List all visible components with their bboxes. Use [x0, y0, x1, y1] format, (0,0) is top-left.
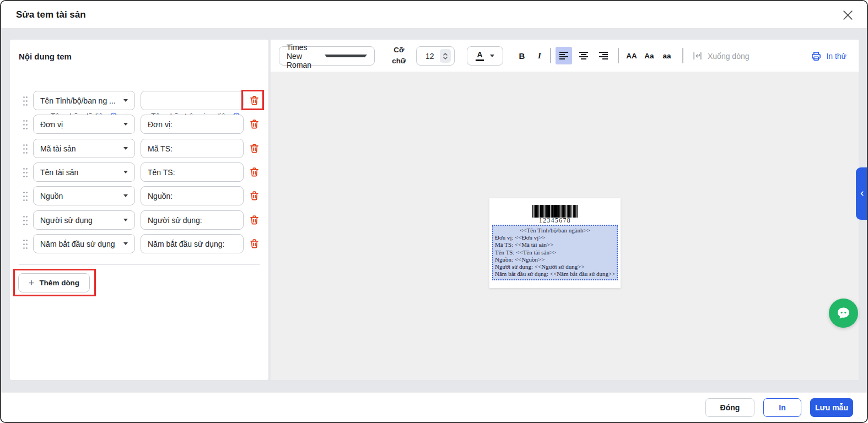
align-center-icon [579, 51, 589, 60]
data-label-select[interactable]: Tên tài sản [33, 162, 135, 182]
drag-handle-icon[interactable] [23, 167, 28, 178]
preview-line: Tên TS: <<Tên tài sản>> [495, 249, 615, 256]
data-label-select[interactable]: Tên Tỉnh/bộ/ban ng ... [33, 91, 135, 110]
test-print-button[interactable]: In thử [811, 46, 847, 66]
add-row-label: Thêm dòng [39, 279, 79, 287]
barcode [532, 205, 578, 218]
drag-handle-icon[interactable] [23, 215, 28, 226]
data-label-select[interactable]: Đơn vị [33, 115, 135, 134]
bold-button[interactable]: B [515, 47, 529, 64]
uppercase-button[interactable]: AA [623, 47, 640, 64]
save-template-button[interactable]: Lưu mẫu [810, 398, 853, 417]
preview-line: Người sử dụng: <<Người sử dụng>> [495, 263, 615, 270]
tag-content-panel: Nội dung tem Tên nhãn dữ liệu Tên nhãn t… [10, 40, 268, 380]
drag-handle-icon[interactable] [23, 191, 28, 202]
chevron-down-icon [325, 55, 367, 57]
toolbar-separator [682, 48, 683, 63]
dialog-header: Sửa tem tài sản [1, 1, 867, 29]
close-dialog-button[interactable] [840, 8, 855, 23]
chevron-down-icon [123, 194, 128, 197]
label-preview-card[interactable]: 12345678 <<Tên Tỉnh/bộ/ban ngành>> Đơn v… [489, 198, 621, 288]
delete-row-button[interactable] [248, 166, 260, 178]
label-row: Đơn vị [10, 115, 268, 134]
data-label-select[interactable]: Người sử dụng [33, 210, 135, 230]
data-label-select-value: Mã tài sản [40, 144, 123, 153]
plus-icon: + [29, 278, 35, 288]
trash-icon [249, 238, 260, 250]
delete-row-button[interactable] [248, 238, 260, 250]
display-label-input[interactable] [141, 234, 244, 253]
data-label-select[interactable]: Năm bắt đầu sử dụng [33, 234, 135, 253]
drag-handle-icon[interactable] [23, 238, 28, 250]
display-label-input[interactable] [141, 210, 244, 230]
data-label-select[interactable]: Nguồn [33, 186, 135, 205]
preview-canvas: 12345678 <<Tên Tỉnh/bộ/ban ngành>> Đơn v… [271, 72, 859, 380]
drag-handle-icon[interactable] [23, 119, 28, 130]
delete-row-button[interactable] [248, 143, 260, 155]
trash-icon [249, 95, 260, 106]
display-label-input[interactable] [141, 115, 244, 134]
label-row: Nguồn [10, 186, 268, 205]
trash-icon [249, 214, 260, 226]
drag-handle-icon[interactable] [23, 143, 28, 154]
line-break-label: Xuống dòng [708, 52, 750, 61]
edit-asset-tag-dialog: Sửa tem tài sản Nội dung tem Tên nhãn dữ… [0, 0, 868, 423]
close-icon [841, 8, 855, 22]
preview-line: Nguồn: <<Nguồn>> [495, 256, 615, 263]
trash-icon [249, 190, 260, 202]
data-label-select-value: Người sử dụng [40, 216, 123, 225]
delete-row-button[interactable] [248, 118, 260, 131]
format-toolbar: Times New Roman Cỡ chữ 12 A B I AA Aa [271, 40, 859, 72]
font-color-button[interactable]: A [467, 46, 503, 66]
data-label-select[interactable]: Mã tài sản [33, 139, 135, 158]
align-left-button[interactable] [556, 47, 572, 64]
delete-row-button[interactable] [248, 190, 260, 202]
dialog-title: Sửa tem tài sản [16, 1, 86, 29]
capitalize-button[interactable]: Aa [641, 47, 657, 64]
collapse-panel-tab[interactable] [856, 167, 868, 220]
label-row: Tên Tỉnh/bộ/ban ng ... [10, 91, 268, 110]
trash-icon [249, 166, 260, 178]
italic-button[interactable]: I [533, 47, 546, 64]
display-label-input[interactable] [141, 186, 244, 205]
font-size-stepper[interactable]: 12 [416, 46, 455, 66]
stepper-arrows[interactable] [440, 49, 451, 63]
font-color-label: A [476, 51, 483, 61]
divider [19, 264, 260, 265]
add-row-button[interactable]: + Thêm dòng [18, 273, 90, 292]
preview-line: Đơn vị: <<Đơn vị>> [495, 234, 615, 241]
test-print-label: In thử [826, 52, 847, 61]
data-label-select-value: Đơn vị [40, 120, 123, 129]
display-label-input[interactable] [141, 91, 244, 110]
align-center-button[interactable] [575, 47, 592, 64]
print-button[interactable]: In [763, 398, 801, 417]
lowercase-button[interactable]: aa [659, 47, 675, 64]
delete-row-button[interactable] [248, 95, 260, 107]
chat-support-button[interactable] [829, 299, 858, 328]
chevron-down-icon [123, 219, 128, 221]
font-family-select[interactable]: Times New Roman [279, 46, 375, 66]
data-label-select-value: Năm bắt đầu sử dụng [40, 240, 123, 248]
line-break-control[interactable]: Xuống dòng [692, 46, 750, 66]
label-text-block[interactable]: <<Tên Tỉnh/bộ/ban ngành>> Đơn vị: <<Đơn … [492, 225, 618, 280]
preview-line: Mã TS: <<Mã tài sản>> [495, 241, 615, 248]
preview-line: Năm bắt đầu sử dụng: <<Năm bắt đầu sử dụ… [495, 270, 615, 278]
toolbar-separator [550, 48, 551, 63]
preview-line: <<Tên Tỉnh/bộ/ban ngành>> [495, 227, 615, 234]
align-right-icon [599, 51, 608, 60]
chevron-up-down-icon [443, 52, 448, 61]
align-left-icon [559, 51, 569, 60]
drag-handle-icon[interactable] [23, 95, 28, 106]
align-right-button[interactable] [595, 47, 612, 64]
delete-row-button[interactable] [248, 214, 260, 226]
font-size-value: 12 [425, 52, 440, 61]
chevron-down-icon [123, 171, 128, 173]
trash-icon [249, 143, 260, 154]
close-button[interactable]: Đóng [705, 398, 754, 417]
label-row: Người sử dụng [10, 210, 268, 230]
display-label-input[interactable] [141, 139, 244, 158]
chevron-left-icon [859, 190, 866, 197]
label-row: Năm bắt đầu sử dụng [10, 234, 268, 253]
chevron-down-icon [123, 242, 128, 245]
display-label-input[interactable] [141, 162, 244, 182]
